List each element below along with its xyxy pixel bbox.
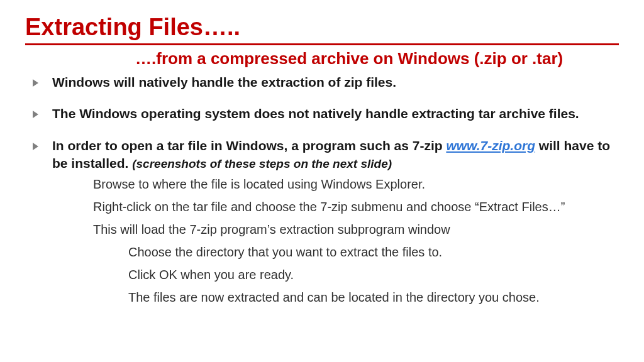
bullet-3-pre: In order to open a tar file in Windows, … (52, 138, 446, 153)
sub-sub-list: Choose the directory that you want to ex… (93, 244, 619, 305)
sub-item-2: Right-click on the tar file and choose t… (93, 199, 619, 215)
bullet-1-text: Windows will natively handle the extract… (52, 74, 396, 91)
bullet-2: The Windows operating system does not na… (25, 105, 619, 123)
sub-sub-item-2: Click OK when you are ready. (128, 266, 619, 283)
chevron-right-icon (33, 111, 38, 118)
bullet-3-text: In order to open a tar file in Windows, … (52, 137, 619, 173)
sub-list: Browse to where the file is located usin… (25, 176, 619, 305)
sub-item-3: This will load the 7-zip program’s extra… (93, 221, 619, 238)
seven-zip-link[interactable]: www.7-zip.org (446, 138, 535, 153)
bullet-1: Windows will natively handle the extract… (25, 74, 619, 91)
chevron-right-icon (33, 79, 38, 87)
sub-sub-item-1: Choose the directory that you want to ex… (128, 244, 619, 260)
slide: Extracting Files….. ….from a compressed … (0, 0, 644, 324)
chevron-right-icon (33, 143, 38, 150)
sub-sub-item-3: The files are now extracted and can be l… (128, 289, 619, 305)
slide-title: Extracting Files….. (25, 14, 619, 41)
bullet-3: In order to open a tar file in Windows, … (25, 137, 619, 173)
sub-item-1: Browse to where the file is located usin… (93, 176, 619, 192)
bullet-3-note: (screenshots of these steps on the next … (132, 157, 392, 170)
bullet-2-text: The Windows operating system does not na… (52, 105, 579, 123)
slide-subtitle: ….from a compressed archive on Windows (… (25, 49, 619, 69)
title-rule (25, 43, 619, 45)
